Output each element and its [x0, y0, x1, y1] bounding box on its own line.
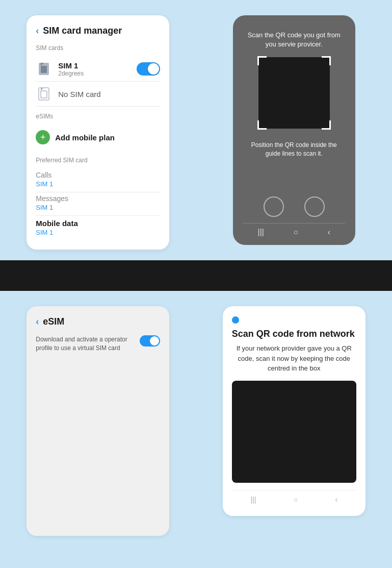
scan-qr-viewfinder	[232, 381, 356, 483]
messages-value: SIM 1	[36, 204, 160, 211]
back-arrow-icon[interactable]: ‹	[36, 26, 39, 36]
scan-qr-dot	[232, 316, 239, 324]
sim1-info: SIM 1 2degrees	[58, 61, 130, 77]
add-plan-item[interactable]: + Add mobile plan	[36, 125, 160, 150]
top-left-panel: ‹ SIM card manager SIM cards SIM 1 2degr…	[0, 0, 196, 260]
qr-circle-btn-1[interactable]	[264, 196, 284, 217]
calls-row[interactable]: Calls SIM 1	[36, 169, 160, 192]
sim-cards-section-label: SIM cards	[36, 44, 160, 52]
bottom-right-panel: Scan QR code from network If your networ…	[196, 291, 393, 568]
qr-corner-tr	[322, 56, 331, 65]
esim-title: eSIM	[43, 316, 64, 327]
preferred-section: Preferred SIM card Calls SIM 1 Messages …	[36, 157, 160, 237]
calls-value: SIM 1	[36, 180, 160, 188]
phone-nav-bar-top: ||| ○ ‹	[243, 223, 345, 237]
qr-scanner-phone: Scan the QR code you got from you servie…	[233, 15, 355, 245]
esim-description: Download and activate a operator profile…	[36, 335, 134, 353]
qr-corner-bl	[257, 120, 267, 130]
no-sim-item: No SIM card	[36, 82, 160, 107]
qr-corner-tl	[257, 56, 267, 65]
nav-menu-icon[interactable]: |||	[258, 228, 264, 237]
esim-toggle[interactable]	[140, 335, 160, 347]
preferred-label: Preferred SIM card	[36, 157, 160, 164]
qr-corner-br	[322, 120, 331, 130]
qr-box-container	[258, 57, 330, 129]
qr-circle-btn-2[interactable]	[304, 196, 325, 217]
scan-qr-description: If your network provider gave you a QR c…	[232, 343, 356, 374]
black-divider-bar	[0, 260, 392, 291]
svg-rect-1	[41, 66, 47, 73]
esims-section: eSIMs + Add mobile plan	[36, 113, 160, 150]
scan-qr-card: Scan QR code from network If your networ…	[223, 306, 365, 516]
scan-qr-nav-bar: ||| ○ ‹	[232, 490, 356, 504]
no-sim-name: No SIM card	[58, 90, 160, 98]
svg-rect-3	[41, 91, 47, 98]
mobile-data-label: Mobile data	[36, 219, 160, 228]
top-right-panel: Scan the QR code you got from you servie…	[196, 0, 393, 260]
sim1-icon	[36, 61, 52, 77]
nav-home-icon[interactable]: ○	[293, 228, 298, 237]
bottom-left-panel: ‹ eSIM Download and activate a operator …	[0, 291, 196, 568]
scan-nav-menu-icon[interactable]: |||	[250, 496, 256, 504]
sim-card-header: ‹ SIM card manager	[36, 26, 160, 36]
calls-label: Calls	[36, 171, 160, 179]
sim1-name: SIM 1	[58, 61, 130, 70]
no-sim-icon	[36, 86, 52, 102]
scan-nav-home-icon[interactable]: ○	[294, 496, 298, 504]
qr-scan-instruction: Scan the QR code you got from you servie…	[243, 31, 345, 49]
esim-settings-card: ‹ eSIM Download and activate a operator …	[27, 306, 169, 536]
scan-nav-back-icon[interactable]: ‹	[335, 496, 337, 504]
qr-action-buttons	[264, 196, 325, 217]
mobile-data-value: SIM 1	[36, 229, 160, 236]
app-layout: ‹ SIM card manager SIM cards SIM 1 2degr…	[0, 0, 392, 568]
esim-toggle-row: Download and activate a operator profile…	[36, 335, 160, 353]
esim-header: ‹ eSIM	[36, 316, 160, 327]
nav-back-icon[interactable]: ‹	[328, 228, 330, 237]
sim1-toggle-knob	[148, 63, 159, 75]
add-plan-label: Add mobile plan	[55, 133, 115, 142]
messages-label: Messages	[36, 194, 160, 203]
plus-icon: +	[36, 130, 50, 144]
qr-position-instruction: Position the QR code inside the guide li…	[243, 141, 345, 158]
sim1-carrier: 2degrees	[58, 70, 130, 77]
esim-toggle-knob	[150, 336, 159, 345]
sim1-item[interactable]: SIM 1 2degrees	[36, 57, 160, 82]
sim1-toggle[interactable]	[137, 62, 160, 76]
mobile-data-row[interactable]: Mobile data SIM 1	[36, 216, 160, 237]
no-sim-info: No SIM card	[58, 90, 160, 98]
sim-card-manager-card: ‹ SIM card manager SIM cards SIM 1 2degr…	[27, 15, 169, 250]
scan-qr-title: Scan QR code from network	[232, 329, 356, 339]
messages-row[interactable]: Messages SIM 1	[36, 192, 160, 216]
sim-card-manager-title: SIM card manager	[43, 26, 122, 36]
esims-label: eSIMs	[36, 113, 160, 120]
qr-box-black	[258, 57, 330, 129]
esim-back-arrow-icon[interactable]: ‹	[36, 316, 39, 327]
